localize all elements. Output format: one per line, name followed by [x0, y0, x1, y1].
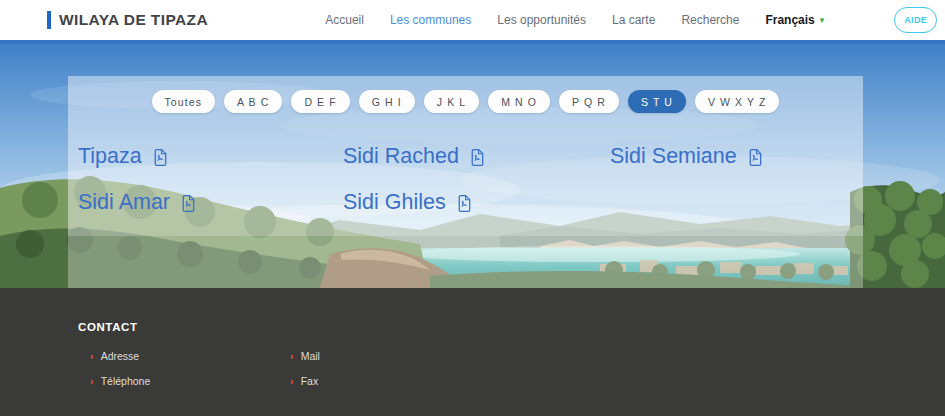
filter-pill[interactable]: A B C — [224, 90, 282, 113]
contact-link-label: Mail — [301, 350, 320, 362]
communes-card: Toutes A B C D E F G H I J K L M N O P Q… — [68, 76, 863, 236]
commune-link[interactable]: Sidi Amar — [68, 179, 333, 225]
contact-link[interactable]: › Adresse — [90, 350, 290, 362]
commune-link[interactable]: Sidi Rached — [333, 133, 600, 179]
contact-link-label: Téléphone — [101, 375, 151, 387]
commune-name: Sidi Amar — [78, 190, 170, 215]
commune-name: Tipaza — [78, 144, 142, 169]
pdf-file-icon — [151, 148, 168, 167]
chevron-down-icon: ▾ — [820, 16, 825, 25]
filter-pill[interactable]: G H I — [359, 90, 415, 113]
overlay-panel: Toutes A B C D E F G H I J K L M N O P Q… — [68, 76, 863, 288]
commune-name: Sidi Ghiles — [343, 190, 446, 215]
site-title: WILAYA DE TIPAZA — [59, 11, 208, 29]
pdf-file-icon — [468, 148, 485, 167]
contact-links: › Adresse › Mail › Téléphone › Fax — [78, 350, 945, 387]
chevron-right-icon: › — [90, 351, 94, 362]
contact-heading: CONTACT — [78, 321, 945, 333]
nav-item[interactable]: Accueil — [325, 13, 364, 27]
filter-pill[interactable]: P Q R — [559, 90, 619, 113]
filter-pill[interactable]: D E F — [291, 90, 349, 113]
pdf-file-icon — [179, 194, 196, 213]
commune-link[interactable]: Sidi Semiane — [600, 133, 863, 179]
nav-item[interactable]: Les opportunités — [497, 13, 586, 27]
brand-bar-icon — [47, 11, 51, 29]
nav-item[interactable]: Les communes — [390, 13, 471, 27]
site-header: WILAYA DE TIPAZA Accueil Les communes Le… — [0, 0, 945, 40]
site-footer: CONTACT › Adresse › Mail › Téléphone — [0, 288, 945, 416]
commune-link[interactable]: Tipaza — [68, 133, 333, 179]
nav-item[interactable]: La carte — [612, 13, 655, 27]
language-selector[interactable]: Français ▾ — [765, 13, 824, 27]
filter-pill[interactable]: V W X Y Z — [695, 90, 780, 113]
pdf-file-icon — [455, 194, 472, 213]
site-logo[interactable]: WILAYA DE TIPAZA — [47, 11, 208, 29]
filter-pill[interactable]: M N O — [488, 90, 550, 113]
wilaya-tipaza-page: WILAYA DE TIPAZA Accueil Les communes Le… — [0, 0, 945, 416]
contact-link[interactable]: › Fax — [290, 375, 490, 387]
filter-pill[interactable]: Toutes — [152, 90, 216, 113]
hero-section: Toutes A B C D E F G H I J K L M N O P Q… — [0, 40, 945, 288]
contact-link[interactable]: › Téléphone — [90, 375, 290, 387]
contact-link-label: Adresse — [101, 350, 140, 362]
commune-name: Sidi Rached — [343, 144, 459, 169]
alphabet-filter: Toutes A B C D E F G H I J K L M N O P Q… — [68, 90, 863, 113]
nav-item[interactable]: Recherche — [681, 13, 739, 27]
language-label: Français — [765, 13, 814, 27]
pdf-file-icon — [746, 148, 763, 167]
main-nav: Accueil Les communes Les opportunités La… — [325, 13, 739, 27]
contact-link-label: Fax — [301, 375, 319, 387]
chevron-right-icon: › — [290, 351, 294, 362]
filter-pill[interactable]: J K L — [424, 90, 479, 113]
commune-name: Sidi Semiane — [610, 144, 737, 169]
commune-link[interactable]: Sidi Ghiles — [333, 179, 600, 225]
contact-link[interactable]: › Mail — [290, 350, 490, 362]
filter-pill[interactable]: S T U — [628, 90, 686, 113]
chevron-right-icon: › — [290, 376, 294, 387]
help-button[interactable]: AIDE — [894, 7, 937, 33]
communes-list: Tipaza Sidi Rached — [68, 133, 863, 225]
chevron-right-icon: › — [90, 376, 94, 387]
